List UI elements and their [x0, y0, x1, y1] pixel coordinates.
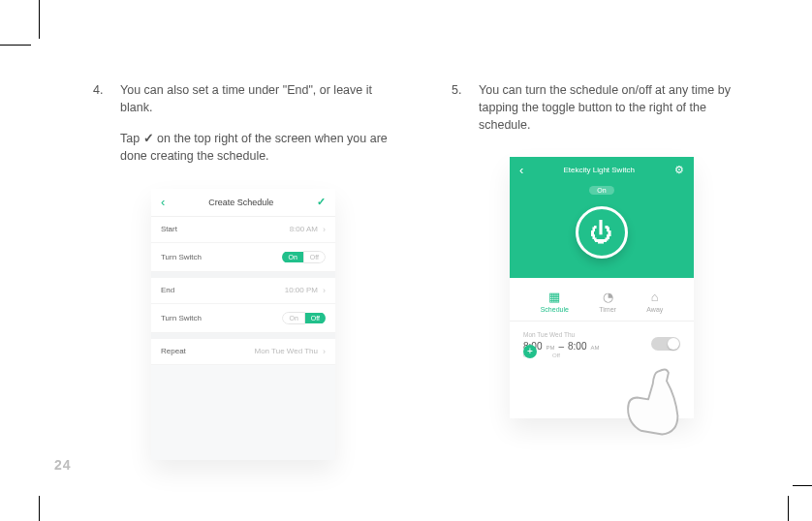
row-repeat[interactable]: Repeat Mon Tue Wed Thu›: [151, 339, 335, 365]
away-icon: ⌂: [646, 290, 663, 304]
device-state: On: [510, 179, 694, 197]
text: on the top right of the screen when you …: [120, 132, 388, 163]
step-4-line2: Tap ✓ on the top right of the screen whe…: [120, 130, 393, 165]
step-4-line1: You can also set a time under "End", or …: [120, 81, 393, 116]
power-button[interactable]: ⏻: [576, 206, 628, 259]
step-number: 5.: [452, 81, 465, 147]
step-body: You can also set a time under "End", or …: [120, 81, 393, 179]
step-body: You can turn the schedule on/off at any …: [479, 81, 752, 147]
crop-mark: [793, 485, 812, 486]
schedule-toggle[interactable]: [651, 337, 680, 351]
back-icon[interactable]: ‹: [519, 164, 523, 176]
on-off-pill[interactable]: OnOff: [282, 251, 326, 263]
crop-mark: [39, 0, 40, 39]
pill-off[interactable]: Off: [303, 251, 326, 263]
screen-title: Create Schedule: [208, 198, 273, 207]
crop-mark: [0, 45, 31, 46]
step-4: 4. You can also set a time under "End", …: [93, 81, 393, 179]
power-icon: ⏻: [590, 221, 613, 244]
step-number: 4.: [93, 81, 107, 179]
row-turn-switch-end: Turn Switch OnOff: [151, 304, 335, 333]
tab-label: Away: [646, 306, 663, 313]
on-off-pill[interactable]: OnOff: [282, 312, 326, 324]
pill-on[interactable]: On: [282, 312, 304, 324]
ampm: PM: [546, 345, 554, 351]
row-label: Start: [161, 225, 177, 233]
gear-icon[interactable]: ⚙: [674, 164, 684, 176]
tab-timer[interactable]: ◔Timer: [599, 290, 616, 313]
page-content: 4. You can also set a time under "End", …: [39, 0, 812, 489]
time-end: 8:00: [568, 341, 586, 352]
row-end[interactable]: End 10:00 PM›: [151, 278, 335, 304]
chevron-right-icon: ›: [323, 286, 326, 295]
state-pill: On: [589, 186, 613, 195]
crop-mark: [39, 496, 40, 521]
crop-mark: [788, 496, 789, 521]
step-5-column: 5. You can turn the schedule on/off at a…: [452, 81, 752, 460]
row-label: Turn Switch: [161, 314, 202, 322]
chevron-right-icon: ›: [323, 347, 326, 356]
tab-label: Schedule: [541, 306, 569, 313]
pill-on[interactable]: On: [282, 252, 302, 262]
step-5: 5. You can turn the schedule on/off at a…: [452, 81, 752, 147]
device-header-panel: ‹ Etekcity Light Switch ⚙ On ⏻: [510, 157, 694, 278]
check-icon-inline: ✓: [143, 130, 154, 147]
step-5-line1: You can turn the schedule on/off at any …: [479, 81, 752, 134]
row-label: Repeat: [161, 347, 186, 355]
text: Mon Tue Wed Thu: [254, 347, 318, 355]
page-number: 24: [54, 457, 72, 473]
text: Tap: [120, 132, 143, 145]
row-value: Mon Tue Wed Thu›: [254, 347, 326, 356]
step-4-column: 4. You can also set a time under "End", …: [93, 81, 393, 460]
row-turn-switch-start: Turn Switch OnOff: [151, 243, 335, 272]
row-start[interactable]: Start 8:00 AM›: [151, 217, 335, 243]
text: 8:00 AM: [290, 225, 318, 233]
dash: –: [558, 341, 564, 352]
sub-off: Off: [552, 352, 560, 358]
calendar-icon: ▦: [541, 290, 569, 304]
tab-away[interactable]: ⌂Away: [646, 290, 663, 313]
text: 10:00 PM: [285, 286, 318, 294]
phone-device-dashboard: ‹ Etekcity Light Switch ⚙ On ⏻ ▦Schedule…: [510, 157, 694, 418]
tab-schedule[interactable]: ▦Schedule: [541, 290, 569, 313]
ampm: AM: [591, 345, 600, 351]
row-label: End: [161, 286, 174, 294]
pointing-hand-illustration: [611, 352, 703, 447]
row-value: 10:00 PM›: [285, 286, 326, 295]
pill-off[interactable]: Off: [305, 313, 326, 323]
device-titlebar: ‹ Etekcity Light Switch ⚙: [510, 157, 694, 176]
row-value: 8:00 AM›: [290, 225, 326, 234]
device-tabs: ▦Schedule ◔Timer ⌂Away: [510, 278, 694, 322]
row-label: Turn Switch: [161, 253, 202, 261]
phone-create-schedule: ‹ Create Schedule ✓ Start 8:00 AM› Turn …: [151, 189, 335, 460]
chevron-right-icon: ›: [323, 225, 326, 234]
confirm-check-icon[interactable]: ✓: [317, 196, 326, 208]
device-title: Etekcity Light Switch: [563, 166, 634, 174]
timer-icon: ◔: [599, 290, 616, 304]
back-icon[interactable]: ‹: [161, 196, 165, 208]
tab-label: Timer: [599, 306, 616, 313]
screen-header: ‹ Create Schedule ✓: [151, 189, 335, 217]
